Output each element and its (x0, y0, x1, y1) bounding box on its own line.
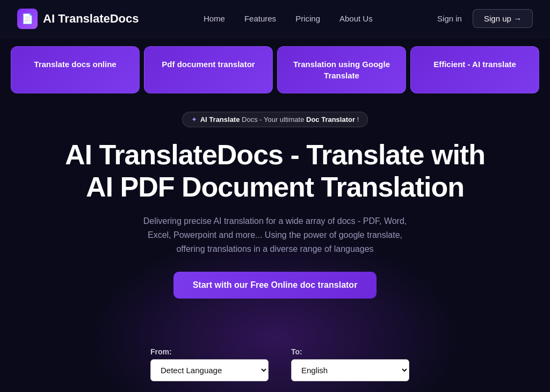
sparkle-icon: ✦ (191, 115, 197, 124)
nav-about[interactable]: About Us (339, 14, 373, 23)
tile-ai[interactable]: Efficient - AI translate (410, 46, 539, 93)
nav-pricing[interactable]: Pricing (295, 14, 320, 23)
nav-links: Home Features Pricing About Us (204, 14, 373, 23)
tile-google[interactable]: Translation using Google Translate (277, 46, 406, 93)
hero-title-line2: AI PDF Document Translation (86, 171, 464, 202)
logo-text: AI TranslateDocs (43, 12, 139, 26)
navbar: 📄 AI TranslateDocs Home Features Pricing… (0, 0, 550, 38)
feature-tiles: Translate docs online Pdf document trans… (0, 44, 550, 96)
lang-row: From: Detect Language English French Spa… (150, 347, 400, 381)
to-label: To: (291, 347, 400, 356)
hero-title-line1: AI TranslateDocs - Translate with (65, 139, 485, 170)
from-language-select[interactable]: Detect Language English French Spanish G… (150, 359, 269, 381)
badge-bold: Doc Translator (306, 115, 355, 124)
translation-ui: From: Detect Language English French Spa… (0, 337, 550, 392)
tile-pdf[interactable]: Pdf document translator (144, 46, 273, 93)
hero-badge: ✦ AI Translate Docs - Your ultimate Doc … (182, 112, 368, 127)
hero-subtitle: Delivering precise AI translation for a … (135, 214, 415, 257)
to-language-select[interactable]: English French Spanish German Chinese (291, 359, 409, 381)
signin-button[interactable]: Sign in (437, 14, 462, 23)
cta-button[interactable]: Start with our Free Online doc translato… (173, 272, 377, 299)
logo-icon: 📄 (17, 9, 38, 29)
from-label: From: (150, 347, 259, 356)
tile-translate-docs[interactable]: Translate docs online (11, 46, 140, 93)
hero-section: ✦ AI Translate Docs - Your ultimate Doc … (0, 96, 550, 309)
hero-title: AI TranslateDocs - Translate with AI PDF… (43, 139, 507, 204)
nav-actions: Sign in Sign up → (437, 9, 533, 28)
logo[interactable]: 📄 AI TranslateDocs (17, 9, 139, 29)
badge-plain: Docs - Your ultimate (240, 115, 306, 124)
signup-button[interactable]: Sign up → (473, 9, 533, 28)
badge-highlight1: AI Translate (200, 115, 240, 124)
nav-features[interactable]: Features (244, 14, 276, 23)
nav-home[interactable]: Home (204, 14, 225, 23)
badge-text: AI Translate Docs - Your ultimate Doc Tr… (200, 115, 359, 124)
badge-end: ! (355, 115, 359, 124)
to-group: To: English French Spanish German Chines… (291, 347, 400, 381)
from-group: From: Detect Language English French Spa… (150, 347, 259, 381)
